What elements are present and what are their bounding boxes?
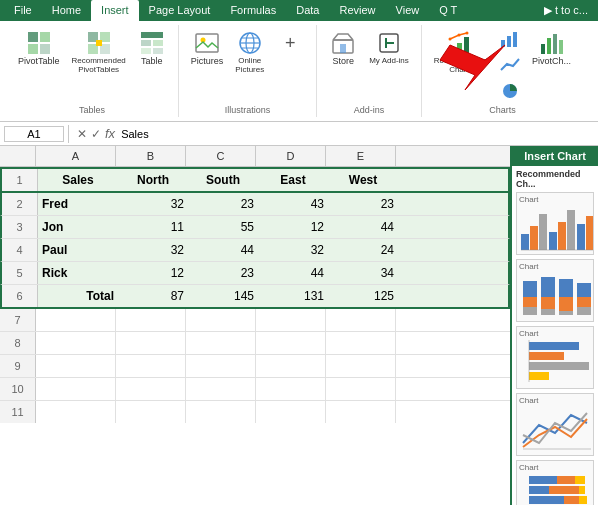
cell-c5[interactable]: 23 bbox=[188, 262, 258, 284]
cell-d8[interactable] bbox=[256, 332, 326, 354]
pictures-button[interactable]: Pictures bbox=[187, 27, 228, 69]
column-headers: A B C D E bbox=[0, 146, 510, 167]
cell-c6[interactable]: 145 bbox=[188, 285, 258, 307]
tab-view[interactable]: View bbox=[386, 0, 430, 21]
cell-a9[interactable] bbox=[36, 355, 116, 377]
svg-rect-31 bbox=[501, 40, 505, 47]
cell-b5[interactable]: 12 bbox=[118, 262, 188, 284]
cell-e9[interactable] bbox=[326, 355, 396, 377]
cell-d10[interactable] bbox=[256, 378, 326, 400]
svg-rect-25 bbox=[450, 49, 455, 55]
chart-thumb-4[interactable]: Chart bbox=[516, 393, 594, 456]
cell-d3[interactable]: 12 bbox=[258, 216, 328, 238]
svg-rect-73 bbox=[529, 496, 564, 504]
cell-a11[interactable] bbox=[36, 401, 116, 423]
cell-d7[interactable] bbox=[256, 309, 326, 331]
cell-a8[interactable] bbox=[36, 332, 116, 354]
cancel-icon[interactable]: ✕ bbox=[77, 127, 87, 141]
chart-thumb-5[interactable]: Chart bbox=[516, 460, 594, 505]
cell-e6[interactable]: 125 bbox=[328, 285, 398, 307]
cell-e4[interactable]: 24 bbox=[328, 239, 398, 261]
cell-b8[interactable] bbox=[116, 332, 186, 354]
cell-e7[interactable] bbox=[326, 309, 396, 331]
cell-a7[interactable] bbox=[36, 309, 116, 331]
cell-e1[interactable]: West bbox=[328, 169, 398, 191]
cell-a2[interactable]: Fred bbox=[38, 193, 118, 215]
my-addins-button[interactable]: My Add-ins bbox=[365, 27, 413, 68]
cell-e3[interactable]: 44 bbox=[328, 216, 398, 238]
cell-a3[interactable]: Jon bbox=[38, 216, 118, 238]
tab-formulas[interactable]: Formulas bbox=[220, 0, 286, 21]
cell-a5[interactable]: Rick bbox=[38, 262, 118, 284]
cell-d1[interactable]: East bbox=[258, 169, 328, 191]
store-button[interactable]: Store bbox=[325, 27, 361, 69]
confirm-icon[interactable]: ✓ bbox=[91, 127, 101, 141]
cell-a4[interactable]: Paul bbox=[38, 239, 118, 261]
tab-file[interactable]: File bbox=[4, 0, 42, 21]
cell-d4[interactable]: 32 bbox=[258, 239, 328, 261]
cell-b10[interactable] bbox=[116, 378, 186, 400]
cell-e2[interactable]: 23 bbox=[328, 193, 398, 215]
cell-d5[interactable]: 44 bbox=[258, 262, 328, 284]
cell-e5[interactable]: 34 bbox=[328, 262, 398, 284]
tab-insert[interactable]: Insert bbox=[91, 0, 139, 21]
cell-d2[interactable]: 43 bbox=[258, 193, 328, 215]
tab-review[interactable]: Review bbox=[329, 0, 385, 21]
table-button[interactable]: Table bbox=[134, 27, 170, 69]
cell-a1[interactable]: Sales bbox=[38, 169, 118, 191]
cell-a6[interactable]: Total bbox=[38, 285, 118, 307]
tab-more[interactable]: ▶ t to c... bbox=[534, 0, 598, 21]
col-header-b[interactable]: B bbox=[116, 146, 186, 166]
line-chart-icon bbox=[499, 54, 521, 76]
cell-d9[interactable] bbox=[256, 355, 326, 377]
col-header-a[interactable]: A bbox=[36, 146, 116, 166]
cell-b1[interactable]: North bbox=[118, 169, 188, 191]
cell-c3[interactable]: 55 bbox=[188, 216, 258, 238]
cell-c4[interactable]: 44 bbox=[188, 239, 258, 261]
cell-c1[interactable]: South bbox=[188, 169, 258, 191]
cell-e11[interactable] bbox=[326, 401, 396, 423]
line-chart-button[interactable] bbox=[496, 53, 524, 77]
cell-e10[interactable] bbox=[326, 378, 396, 400]
col-header-c[interactable]: C bbox=[186, 146, 256, 166]
cell-c7[interactable] bbox=[186, 309, 256, 331]
cell-d6[interactable]: 131 bbox=[258, 285, 328, 307]
tab-home[interactable]: Home bbox=[42, 0, 91, 21]
shapes-button[interactable]: + bbox=[272, 27, 308, 59]
chart-thumb-2[interactable]: Chart bbox=[516, 259, 594, 322]
tab-qt[interactable]: Q T bbox=[429, 0, 467, 21]
cell-b11[interactable] bbox=[116, 401, 186, 423]
chart-thumb-1[interactable]: Chart bbox=[516, 192, 594, 255]
pie-chart-button[interactable] bbox=[496, 79, 524, 103]
cell-c10[interactable] bbox=[186, 378, 256, 400]
cell-c8[interactable] bbox=[186, 332, 256, 354]
chart-thumb-3[interactable]: Chart bbox=[516, 326, 594, 389]
bar-chart-button[interactable] bbox=[496, 27, 524, 51]
svg-rect-74 bbox=[564, 496, 579, 504]
cell-b6[interactable]: 87 bbox=[118, 285, 188, 307]
recommended-pivottables-button[interactable]: RecommendedPivotTables bbox=[68, 27, 130, 77]
tab-data[interactable]: Data bbox=[286, 0, 329, 21]
tab-page-layout[interactable]: Page Layout bbox=[139, 0, 221, 21]
online-pictures-button[interactable]: OnlinePictures bbox=[231, 27, 268, 77]
cell-b2[interactable]: 32 bbox=[118, 193, 188, 215]
cell-b9[interactable] bbox=[116, 355, 186, 377]
cell-e8[interactable] bbox=[326, 332, 396, 354]
cell-b3[interactable]: 11 bbox=[118, 216, 188, 238]
table-row: 10 bbox=[0, 378, 510, 401]
cell-c11[interactable] bbox=[186, 401, 256, 423]
col-header-e[interactable]: E bbox=[326, 146, 396, 166]
cell-d11[interactable] bbox=[256, 401, 326, 423]
pivottable-button[interactable]: PivotTable bbox=[14, 27, 64, 69]
svg-rect-9 bbox=[141, 32, 163, 38]
formula-input[interactable] bbox=[119, 128, 594, 140]
name-box[interactable] bbox=[4, 126, 64, 142]
cell-b4[interactable]: 32 bbox=[118, 239, 188, 261]
cell-b7[interactable] bbox=[116, 309, 186, 331]
recommended-charts-button[interactable]: RecommendedCharts bbox=[430, 27, 492, 77]
cell-a10[interactable] bbox=[36, 378, 116, 400]
cell-c9[interactable] bbox=[186, 355, 256, 377]
pivotchart-button[interactable]: PivotCh... bbox=[528, 27, 575, 69]
col-header-d[interactable]: D bbox=[256, 146, 326, 166]
cell-c2[interactable]: 23 bbox=[188, 193, 258, 215]
